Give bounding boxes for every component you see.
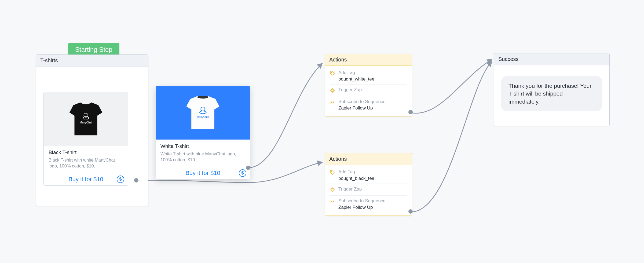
starting-step-label: Starting Step — [75, 46, 112, 53]
product-title: Black T-shirt — [49, 149, 123, 155]
node-actions-bottom[interactable]: Actions Add Tag bought_black_tee Trigger… — [325, 153, 412, 216]
buy-button-white[interactable]: Buy it for $10 $ — [156, 167, 250, 179]
svg-point-6 — [331, 171, 332, 172]
success-message: Thank you for the purchase! Your T-shirt… — [501, 76, 602, 111]
dollar-icon: $ — [239, 169, 246, 177]
tag-icon — [330, 71, 335, 76]
action-label: Trigger Zap — [338, 87, 407, 93]
starting-step-badge: Starting Step — [68, 43, 119, 56]
buy-label: Buy it for $10 — [68, 176, 103, 183]
product-card-white[interactable]: ManyChat White T-shirt White T-shirt wit… — [156, 86, 250, 179]
action-label: Add Tag — [338, 169, 407, 175]
action-add-tag[interactable]: Add Tag bought_white_tee — [325, 67, 412, 85]
action-subscribe-sequence[interactable]: Subscribe to Sequence Zapier Follow Up — [325, 196, 412, 213]
action-value: Zapier Follow Up — [338, 105, 407, 111]
sequence-icon — [330, 100, 335, 105]
tshirt-white-icon: ManyChat — [180, 90, 226, 136]
dollar-icon: $ — [117, 176, 124, 183]
svg-point-5 — [331, 72, 332, 73]
product-title: White T-shirt — [160, 143, 245, 149]
node-success[interactable]: Success Thank you for the purchase! Your… — [494, 53, 610, 126]
tshirt-black-icon: ManyChat — [63, 96, 109, 142]
output-port-black[interactable] — [134, 178, 138, 182]
zap-icon — [330, 88, 335, 93]
node-title: Actions — [325, 153, 412, 165]
action-trigger-zap[interactable]: Trigger Zap — [325, 184, 412, 196]
product-image-black: ManyChat — [44, 92, 128, 146]
product-description: Black T-shirt with white ManyChat logo, … — [49, 157, 123, 169]
node-title: T-shirts — [36, 55, 148, 67]
output-port-actions-bottom[interactable] — [408, 209, 413, 214]
node-title: Success — [494, 53, 609, 65]
sequence-icon — [330, 199, 335, 204]
action-label: Subscribe to Sequence — [338, 99, 407, 104]
action-subscribe-sequence[interactable]: Subscribe to Sequence Zapier Follow Up — [325, 96, 412, 114]
action-label: Subscribe to Sequence — [338, 198, 407, 204]
svg-point-2 — [197, 96, 208, 98]
output-port-white[interactable] — [246, 166, 250, 170]
action-value: bought_white_tee — [338, 76, 407, 82]
product-image-white: ManyChat — [156, 86, 250, 140]
tag-icon — [330, 170, 335, 175]
node-title: Actions — [325, 54, 412, 66]
buy-button-black[interactable]: Buy it for $10 $ — [44, 173, 128, 185]
action-label: Trigger Zap — [338, 187, 407, 192]
svg-text:ManyChat: ManyChat — [80, 121, 92, 124]
action-add-tag[interactable]: Add Tag bought_black_tee — [325, 167, 412, 184]
product-description: White T-shirt with blue ManyChat logo, 1… — [160, 151, 245, 163]
action-value: bought_black_tee — [338, 176, 407, 181]
output-port-actions-top[interactable] — [408, 110, 413, 114]
zap-icon — [330, 187, 335, 192]
action-trigger-zap[interactable]: Trigger Zap — [325, 85, 412, 96]
buy-label: Buy it for $10 — [185, 170, 220, 177]
action-value: Zapier Follow Up — [338, 205, 407, 210]
product-card-black[interactable]: ManyChat Black T-shirt Black T-shirt wit… — [43, 92, 128, 186]
node-actions-top[interactable]: Actions Add Tag bought_white_tee Trigger… — [325, 54, 412, 116]
svg-text:ManyChat: ManyChat — [197, 115, 209, 118]
action-label: Add Tag — [338, 70, 407, 75]
